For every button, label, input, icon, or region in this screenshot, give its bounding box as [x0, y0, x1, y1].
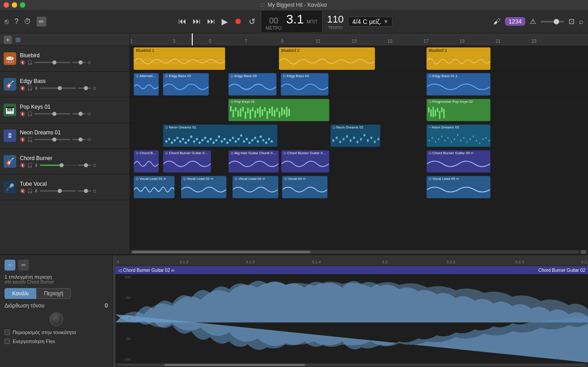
clip-alt-rock-bass[interactable]: ◇ Alternative Rock Bass 01	[134, 73, 159, 96]
clip-vocal-04[interactable]: ◇ Vocal 04 ∞	[282, 176, 328, 198]
pan-slider-neon-dreams[interactable]	[72, 139, 86, 140]
track-item-tube-vocal[interactable]: 🎤 Tube Vocal 🔇 🎧 ⬇ O	[0, 174, 130, 200]
master-volume-slider[interactable]	[541, 21, 564, 23]
cut-tool-button[interactable]: ✂	[18, 260, 29, 271]
time-signature[interactable]: 4/4 C μείζ. ▼	[348, 17, 393, 27]
download-icon-chord-burner[interactable]: ⬇	[34, 163, 38, 168]
tab-channel[interactable]: Κανάλι	[5, 288, 36, 299]
clip-neon-dreams-01[interactable]: ◇ Neon Dreams 01	[163, 124, 278, 147]
volume-slider-edgy-bass[interactable]	[40, 87, 76, 89]
mute-icon-bluebird[interactable]: 🔇	[20, 60, 25, 65]
bottom-scrollbar-thumb[interactable]	[164, 364, 305, 366]
clip-vocal-lead-03[interactable]: ◇ Vocal Lead 03 ∞	[232, 176, 278, 198]
clip-progressive-pop-keys[interactable]: ◇ Progressive Pop Keys 02	[426, 99, 491, 121]
cycle-button[interactable]: ↺	[248, 16, 256, 28]
volume-slider-tube-vocal[interactable]	[40, 190, 76, 192]
user-avatar[interactable]: 1234	[505, 17, 525, 26]
clip-chord-burner-guitar-03[interactable]: ◇ Chord Burner Guitar 03 ∞	[163, 150, 211, 173]
ruler-mark-1: 1	[130, 39, 133, 44]
headphone-icon-tube-vocal[interactable]: 🎧	[27, 188, 32, 193]
clip-bluebird-2[interactable]: Bluebird 2	[279, 47, 375, 70]
pan-slider-edgy-bass[interactable]	[78, 87, 91, 89]
clip-edgy-bass-011[interactable]: ◇ Edgy Bass 01.1	[426, 73, 491, 96]
clip-big-hair-guitar[interactable]: ◇ Big Hair Guitar Chunk 04 ∞	[228, 150, 279, 173]
clip-edgy-bass-04[interactable]: ◇ Edgy Bass 04	[281, 73, 329, 96]
track-item-pop-keys[interactable]: 🎹 Pop Keys 01 🔇 🎧 O	[0, 97, 130, 123]
checkbox-flex-box[interactable]	[5, 339, 10, 344]
rewind-button[interactable]: ⏮	[177, 16, 187, 27]
clip-vocal-lead-02[interactable]: ◇ Vocal Lead 02 ∞	[181, 176, 227, 198]
svg-point-94	[454, 138, 455, 140]
headphone-icon-pop-keys[interactable]: 🎧	[27, 111, 32, 116]
scrollbar-thumb[interactable]	[132, 251, 310, 253]
search-icon[interactable]: ⌕	[579, 18, 583, 26]
clip-pop-keys-01[interactable]: ◇ Pop Keys 01	[228, 99, 329, 121]
clip-neon-dreams-03[interactable]: ~ Neon Dreams 03	[426, 124, 491, 147]
clip-vocal-lead-01[interactable]: ◇ Vocal Lead 01 ∞	[134, 176, 175, 198]
screen-icon[interactable]: ⊡	[569, 17, 574, 26]
bottom-scrollbar-track[interactable]	[117, 364, 586, 366]
clip-chord-burner-guitar-06[interactable]: ◇ Chord Burner Guitar 06 ∞	[426, 150, 491, 173]
clip-edgy-bass-02[interactable]: ◇ Edgy Bass 02	[163, 73, 209, 96]
brush-icon[interactable]: 🖌	[493, 18, 500, 26]
metronome-icon[interactable]: ⏱	[24, 18, 31, 26]
clip-bluebird-3[interactable]: Bluebird 3	[426, 47, 491, 70]
mute-icon-tube-vocal[interactable]: 🔇	[20, 188, 25, 193]
scroll-right-indicator[interactable]	[581, 250, 586, 254]
headphone-icon-neon-dreams[interactable]: 🎧	[27, 137, 32, 142]
clip-chord-burner-guitar-05[interactable]: ◇ Chord Burner Guitar 05 ∞	[281, 150, 329, 173]
record-button[interactable]: ⏺	[233, 16, 243, 27]
clip-edgy-bass-03[interactable]: ◇ Edgy Bass 03	[228, 73, 277, 96]
bottom-scrollbar[interactable]	[116, 362, 588, 367]
fast-forward-button[interactable]: ⏭	[192, 16, 202, 27]
pan-slider-tube-vocal[interactable]	[78, 190, 91, 192]
volume-slider-chord-burner[interactable]	[40, 165, 76, 166]
pan-slider-pop-keys[interactable]	[72, 113, 86, 115]
headphone-icon-edgy-bass[interactable]: 🎧	[27, 86, 32, 91]
pitch-knob[interactable]	[50, 312, 63, 326]
track-item-bluebird[interactable]: 🥁 Bluebird 🔇 🎧 O	[0, 46, 130, 72]
svg-point-57	[232, 137, 234, 139]
window-controls[interactable]	[4, 2, 25, 8]
headphone-icon-bluebird[interactable]: 🎧	[27, 60, 32, 65]
download-icon-tube-vocal[interactable]: ⬇	[34, 188, 38, 193]
minimize-button[interactable]	[12, 2, 17, 8]
track-item-chord-burner[interactable]: 🎸 Chord Burner 🔇 🎧 ⬇ O	[0, 149, 130, 174]
tracks-canvas[interactable]: Bluebird 1 Bluebird 2	[130, 46, 588, 249]
add-track-button[interactable]: +	[4, 36, 12, 44]
play-button[interactable]: ▶	[221, 16, 229, 28]
headphone-icon-chord-burner[interactable]: 🎧	[27, 163, 32, 168]
download-icon-edgy-bass[interactable]: ⬇	[34, 86, 38, 91]
clip-bluebird-1[interactable]: Bluebird 1	[134, 47, 225, 70]
alert-icon[interactable]: ⚠	[530, 17, 536, 26]
close-button[interactable]	[4, 2, 9, 8]
clip-neon-dreams-02[interactable]: ◇ Neon Dreams 02	[330, 124, 381, 147]
pan-slider-bluebird[interactable]	[72, 62, 86, 63]
volume-slider-pop-keys[interactable]	[34, 113, 70, 115]
waveform-editor[interactable]: ◁ Chord Burner Guitar 02 ∞ Chord Burner …	[116, 266, 588, 362]
volume-slider-neon-dreams[interactable]	[34, 139, 70, 140]
volume-slider-bluebird[interactable]	[34, 62, 70, 63]
wave-tool-button[interactable]: ≈	[5, 260, 15, 271]
mute-icon-pop-keys[interactable]: 🔇	[20, 111, 25, 116]
help-icon[interactable]: ?	[14, 18, 19, 26]
svg-point-37	[176, 137, 179, 139]
scrollbar-track[interactable]	[132, 251, 579, 253]
pan-slider-chord-burner[interactable]	[78, 165, 91, 166]
timeline-scrollbar[interactable]	[130, 249, 588, 254]
tab-region[interactable]: Περιοχή	[36, 288, 71, 299]
playhead[interactable]	[192, 33, 193, 46]
mute-icon-edgy-bass[interactable]: 🔇	[20, 86, 25, 91]
library-icon[interactable]: ⎋	[5, 18, 9, 26]
mute-icon-chord-burner[interactable]: 🔇	[20, 163, 25, 168]
tempo-display[interactable]: 110 ΤΕΜΠΟ	[327, 14, 344, 30]
checkbox-tonality-box[interactable]	[5, 330, 10, 335]
clip-chord-burner[interactable]: ◇ Chord Burner	[134, 150, 159, 173]
clip-vocal-lead-05[interactable]: ◇ Vocal Lead 05 ∞	[426, 176, 491, 198]
mute-icon-neon-dreams[interactable]: 🔇	[20, 137, 25, 142]
to-start-button[interactable]: ⏭	[206, 16, 216, 27]
maximize-button[interactable]	[20, 2, 25, 8]
track-item-edgy-bass[interactable]: 🎸 Edgy Bass 🔇 🎧 ⬇ O	[0, 72, 130, 97]
track-item-neon-dreams[interactable]: 🎛 Neon Dreams 01 🔇 🎧 O	[0, 123, 130, 149]
pencil-icon[interactable]: ✏	[37, 17, 46, 27]
